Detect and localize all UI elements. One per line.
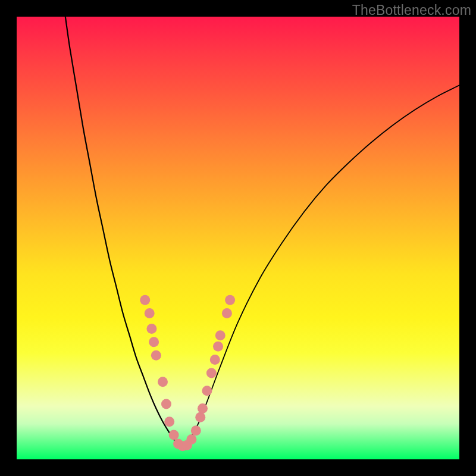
scatter-dot (213, 342, 223, 352)
scatter-dot (191, 425, 201, 436)
scatter-dot (140, 295, 150, 305)
scatter-dot (151, 350, 161, 361)
watermark-text: TheBottleneck.com (352, 2, 471, 18)
scatter-dot (225, 295, 235, 305)
chart-frame (17, 17, 459, 459)
scatter-dot (195, 412, 205, 422)
scatter-dot (186, 434, 196, 444)
right-curve (183, 85, 459, 446)
scatter-dot (146, 324, 156, 334)
scatter-dot (149, 337, 159, 347)
scatter-dot (161, 399, 171, 409)
scatter-dot (222, 308, 232, 318)
scatter-dots (140, 295, 235, 452)
bottleneck-plot (17, 17, 459, 459)
scatter-dot (202, 386, 212, 396)
scatter-dot (210, 355, 220, 365)
scatter-dot (215, 330, 226, 340)
scatter-dot (145, 308, 155, 318)
scatter-dot (158, 377, 168, 387)
scatter-dot (206, 368, 217, 378)
scatter-dot (169, 430, 179, 440)
scatter-dot (198, 403, 208, 414)
scatter-dot (164, 416, 174, 427)
